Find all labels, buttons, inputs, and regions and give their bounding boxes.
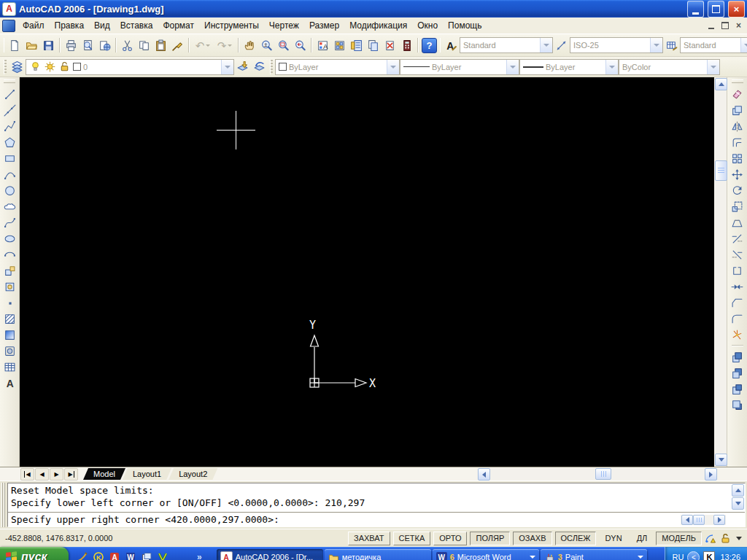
menu-help[interactable]: Помощь	[443, 20, 487, 31]
doc-minimize-button[interactable]	[705, 20, 717, 31]
scrollbar-thumb[interactable]	[595, 468, 611, 480]
toggle-otrack[interactable]: ОСЛЕЖ	[555, 532, 597, 545]
toolbar-grip[interactable]	[270, 60, 273, 74]
toolbar-grip[interactable]	[732, 79, 743, 83]
match-properties-icon[interactable]	[169, 37, 186, 54]
acrobat-icon[interactable]: A	[108, 551, 121, 560]
chevron-down-icon[interactable]	[506, 60, 519, 74]
scroll-left-button[interactable]	[681, 515, 693, 525]
tab-layout1[interactable]: Layout1	[123, 468, 171, 480]
command-window-grip[interactable]	[1, 483, 6, 527]
mirror-icon[interactable]	[729, 118, 746, 134]
designcenter-icon[interactable]	[331, 37, 348, 54]
layer-combo[interactable]: 0	[26, 59, 234, 75]
menu-edit[interactable]: Правка	[50, 20, 90, 31]
move-icon[interactable]	[729, 166, 746, 182]
extend-icon[interactable]	[729, 246, 746, 262]
task-paint-group[interactable]: 3 Paint	[541, 549, 647, 560]
toggle-osnap[interactable]: ОЗАХВ	[513, 532, 551, 545]
drawing-canvas[interactable]: Y X	[20, 77, 714, 467]
layer-thaw-sun-icon[interactable]	[44, 61, 56, 73]
fillet-icon[interactable]	[729, 311, 746, 327]
menu-file[interactable]: Файл	[18, 20, 50, 31]
word-icon[interactable]: W	[124, 551, 137, 560]
hatch-icon[interactable]	[1, 311, 18, 327]
polygon-icon[interactable]	[1, 134, 18, 150]
array-icon[interactable]	[729, 150, 746, 166]
make-object-layer-current-icon[interactable]	[234, 58, 251, 75]
dim-style-icon[interactable]	[553, 37, 570, 54]
send-under-objects-icon[interactable]	[729, 397, 746, 413]
command-input[interactable]: Specify upper right corner <420.0000,297…	[8, 513, 745, 526]
offset-icon[interactable]	[729, 134, 746, 150]
new-file-icon[interactable]	[7, 37, 23, 54]
text-style-icon[interactable]: A	[443, 37, 460, 54]
table-icon[interactable]	[1, 359, 18, 375]
zoom-previous-icon[interactable]	[292, 37, 309, 54]
help-button[interactable]: ?	[421, 37, 438, 54]
toolbar-grip[interactable]	[440, 38, 441, 52]
toggle-grid[interactable]: СЕТКА	[393, 532, 431, 545]
revision-cloud-icon[interactable]	[1, 198, 18, 214]
toggle-ortho[interactable]: ОРТО	[433, 532, 467, 545]
table-style-icon[interactable]	[663, 37, 680, 54]
save-icon[interactable]	[40, 37, 57, 54]
task-folder[interactable]: методичка	[325, 549, 431, 560]
next-tab-button[interactable]: ▶	[50, 468, 63, 481]
print-preview-icon[interactable]	[80, 37, 96, 54]
rotate-icon[interactable]	[729, 182, 746, 198]
file-manager-icon[interactable]	[140, 551, 153, 560]
command-vertical-scrollbar[interactable]	[732, 484, 744, 510]
scroll-down-button[interactable]	[732, 497, 744, 510]
properties-icon[interactable]: A	[314, 37, 331, 54]
make-block-icon[interactable]	[1, 279, 18, 295]
scroll-up-button[interactable]	[732, 484, 744, 497]
chevron-down-icon[interactable]	[221, 60, 233, 74]
document-icon[interactable]	[2, 20, 15, 32]
menu-window[interactable]: Окно	[412, 20, 443, 31]
undo-button[interactable]: ↶	[192, 37, 214, 54]
close-button[interactable]: ×	[728, 1, 745, 18]
circle-icon[interactable]	[1, 182, 18, 198]
ellipse-icon[interactable]	[1, 230, 18, 246]
task-word-group[interactable]: W 6 Microsoft Word	[433, 549, 539, 560]
doc-restore-button[interactable]	[719, 20, 731, 31]
toggle-model[interactable]: МОДЕЛЬ	[656, 532, 702, 545]
rectangle-icon[interactable]	[1, 150, 18, 166]
toggle-dyn[interactable]: DYN	[599, 532, 627, 545]
linetype-combo[interactable]: ByLayer	[400, 59, 519, 75]
pan-icon[interactable]	[241, 37, 258, 54]
language-indicator[interactable]: RU	[673, 553, 684, 560]
bring-above-objects-icon[interactable]	[729, 381, 746, 397]
scroll-left-button[interactable]	[478, 468, 490, 481]
stretch-icon[interactable]	[729, 214, 746, 230]
scale-icon[interactable]	[729, 198, 746, 214]
menu-tools[interactable]: Инструменты	[199, 20, 264, 31]
color-combo[interactable]: ByLayer	[275, 59, 400, 75]
antivirus-icon[interactable]: K	[92, 551, 105, 560]
last-tab-button[interactable]: ▶	[64, 468, 78, 481]
insert-block-icon[interactable]	[1, 262, 18, 279]
send-to-back-icon[interactable]	[729, 365, 746, 381]
layer-on-bulb-icon[interactable]	[29, 61, 42, 73]
scroll-up-button[interactable]	[715, 78, 727, 90]
hide-icons-chevron[interactable]: <	[687, 551, 700, 560]
restore-button[interactable]	[708, 1, 724, 18]
scroll-right-button[interactable]	[713, 515, 725, 525]
command-horizontal-scrollbar[interactable]	[681, 515, 726, 525]
menu-draw[interactable]: Чертеж	[264, 20, 304, 31]
plot-style-combo[interactable]: ByColor	[619, 59, 720, 75]
chevron-down-icon[interactable]	[605, 60, 618, 74]
scrollbar-thumb[interactable]	[693, 515, 705, 525]
copy-object-icon[interactable]	[729, 102, 746, 118]
overflow-chevron-icon[interactable]: »	[197, 552, 202, 560]
ellipse-arc-icon[interactable]	[1, 246, 18, 262]
toggle-lwt[interactable]: ДЛ	[631, 532, 654, 545]
keyboard-switcher-icon[interactable]: K	[703, 551, 715, 560]
markup-set-manager-icon[interactable]	[382, 37, 398, 54]
layer-properties-manager-icon[interactable]	[9, 58, 26, 75]
scroll-down-button[interactable]	[715, 454, 727, 466]
menu-view[interactable]: Вид	[89, 20, 115, 31]
copy-icon[interactable]	[136, 37, 152, 54]
polyline-icon[interactable]	[1, 118, 18, 134]
